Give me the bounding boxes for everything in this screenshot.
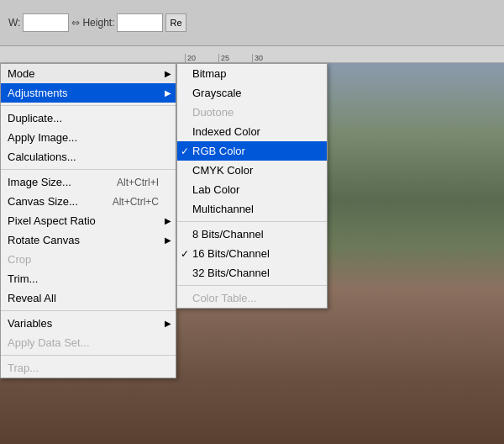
- menu-item-image-size-label: Image Size...: [8, 176, 71, 188]
- width-group: W: ⇔ Height: Re: [8, 13, 186, 32]
- submenu-item-bitmap-label: Bitmap: [192, 67, 226, 80]
- link-icon: ⇔: [71, 17, 80, 29]
- submenu-item-duotone-label: Duotone: [192, 106, 234, 119]
- submenu-item-grayscale[interactable]: Grayscale: [177, 83, 327, 103]
- menu-item-crop[interactable]: Crop: [1, 250, 176, 269]
- menu-item-reveal-all-label: Reveal All: [8, 292, 56, 304]
- submenu-item-rgb-color[interactable]: ✓ RGB Color: [177, 141, 327, 161]
- menu-item-mode[interactable]: Mode ▶: [1, 64, 176, 83]
- menu-item-adjustments[interactable]: Adjustments ▶: [1, 83, 176, 103]
- height-label: Height:: [82, 17, 114, 29]
- menu-item-pixel-aspect[interactable]: Pixel Aspect Ratio ▶: [1, 211, 176, 230]
- ruler-tick-25: 25: [218, 54, 252, 62]
- menu-item-pixel-aspect-label: Pixel Aspect Ratio: [8, 214, 96, 227]
- menu-item-canvas-size-label: Canvas Size...: [8, 195, 78, 208]
- menu-item-mode-arrow: ▶: [165, 69, 171, 78]
- menu-item-adjustments-label: Adjustments: [8, 87, 68, 99]
- menu-item-trim-label: Trim...: [8, 272, 38, 285]
- submenu-item-16bit[interactable]: ✓ 16 Bits/Channel: [177, 244, 327, 263]
- menu-item-variables[interactable]: Variables ▶: [1, 314, 176, 333]
- menu-item-mode-label: Mode: [8, 67, 35, 80]
- menu-item-trap-label: Trap...: [8, 362, 39, 374]
- submenu-item-cmyk-color[interactable]: CMYK Color: [177, 161, 327, 180]
- ruler-tick-20: 20: [185, 54, 218, 62]
- submenu-item-indexed-color[interactable]: Indexed Color: [177, 122, 327, 141]
- separator-3: [1, 310, 176, 311]
- separator-1: [1, 105, 176, 106]
- submenu-item-indexed-color-label: Indexed Color: [192, 125, 260, 138]
- submenu-item-multichannel-label: Multichannel: [192, 203, 254, 215]
- submenu-item-32bit[interactable]: 32 Bits/Channel: [177, 263, 327, 283]
- separator-4: [1, 355, 176, 356]
- menu-item-rotate-canvas-label: Rotate Canvas: [8, 234, 80, 246]
- menu-item-variables-label: Variables: [8, 317, 52, 330]
- menu-item-image-size[interactable]: Image Size... Alt+Ctrl+I: [1, 172, 176, 192]
- submenu-separator-2: [177, 285, 327, 286]
- submenu-item-16bit-checkmark: ✓: [181, 248, 189, 260]
- submenu-item-color-table-label: Color Table...: [192, 292, 256, 304]
- submenu-separator-1: [177, 221, 327, 222]
- submenu-item-multichannel[interactable]: Multichannel: [177, 199, 327, 219]
- ruler-tick-30: 30: [252, 54, 286, 62]
- submenu-item-rgb-checkmark: ✓: [181, 145, 189, 157]
- ruler: 20 25 30: [0, 46, 504, 63]
- height-input[interactable]: [117, 13, 163, 32]
- submenu-item-color-table[interactable]: Color Table...: [177, 288, 327, 308]
- submenu-item-32bit-label: 32 Bits/Channel: [192, 267, 270, 279]
- submenu-item-8bit-label: 8 Bits/Channel: [192, 228, 264, 240]
- menu-item-apply-image[interactable]: Apply Image...: [1, 128, 176, 147]
- menu-item-calculations-label: Calculations...: [8, 151, 76, 163]
- menu-item-reveal-all[interactable]: Reveal All: [1, 288, 176, 308]
- menu-item-adjustments-arrow: ▶: [165, 88, 171, 98]
- width-label: W:: [8, 17, 20, 29]
- submenu-item-lab-label: Lab Color: [192, 183, 239, 196]
- menu-item-image-size-shortcut: Alt+Ctrl+I: [117, 177, 159, 188]
- menu-item-duplicate-label: Duplicate...: [8, 112, 62, 124]
- submenu-item-lab-color[interactable]: Lab Color: [177, 180, 327, 199]
- submenu-item-8bit[interactable]: 8 Bits/Channel: [177, 225, 327, 244]
- width-input[interactable]: [23, 13, 69, 32]
- submenu-item-cmyk-label: CMYK Color: [192, 164, 253, 177]
- menu-item-canvas-size-shortcut: Alt+Ctrl+C: [113, 196, 159, 208]
- separator-2: [1, 169, 176, 170]
- mode-submenu: Bitmap Grayscale Duotone Indexed Color ✓…: [176, 63, 328, 309]
- submenu-item-grayscale-label: Grayscale: [192, 87, 242, 99]
- menu-item-calculations[interactable]: Calculations...: [1, 147, 176, 166]
- menu-item-duplicate[interactable]: Duplicate...: [1, 108, 176, 128]
- menu-item-rotate-canvas[interactable]: Rotate Canvas ▶: [1, 230, 176, 250]
- ruler-ticks: 20 25 30: [185, 46, 286, 62]
- refresh-button[interactable]: Re: [165, 13, 186, 32]
- submenu-item-bitmap[interactable]: Bitmap: [177, 64, 327, 83]
- menu-item-rotate-canvas-arrow: ▶: [165, 235, 171, 245]
- menu-item-pixel-aspect-arrow: ▶: [165, 216, 171, 225]
- submenu-item-rgb-label: RGB Color: [192, 145, 245, 157]
- menu-item-canvas-size[interactable]: Canvas Size... Alt+Ctrl+C: [1, 192, 176, 211]
- menu-item-crop-label: Crop: [8, 253, 31, 266]
- menu-item-apply-data[interactable]: Apply Data Set...: [1, 333, 176, 352]
- image-menu: Mode ▶ Adjustments ▶ Duplicate... Apply …: [0, 63, 176, 378]
- submenu-item-duotone[interactable]: Duotone: [177, 103, 327, 122]
- menu-item-apply-image-label: Apply Image...: [8, 131, 77, 144]
- toolbar: W: ⇔ Height: Re: [0, 0, 504, 46]
- menu-item-trap[interactable]: Trap...: [1, 358, 176, 378]
- submenu-item-16bit-label: 16 Bits/Channel: [192, 247, 270, 260]
- menu-item-apply-data-label: Apply Data Set...: [8, 336, 90, 349]
- menu-item-trim[interactable]: Trim...: [1, 269, 176, 288]
- menu-item-variables-arrow: ▶: [165, 319, 171, 328]
